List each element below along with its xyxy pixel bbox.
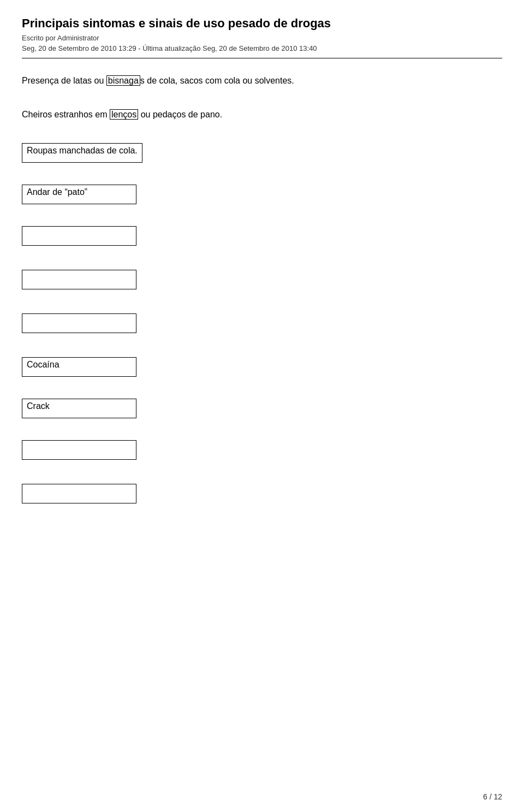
item-1-text: Presença de latas ou bisnagas de cola, s… bbox=[22, 75, 294, 87]
crack-row: Crack bbox=[22, 399, 502, 418]
cocaina-label: Cocaína bbox=[22, 357, 136, 377]
pagination: 6 / 12 bbox=[483, 792, 502, 801]
crack-label: Crack bbox=[22, 399, 136, 418]
header-divider bbox=[22, 58, 502, 58]
item-2-text: Cheiros estranhos em lenços ou pedaços d… bbox=[22, 109, 222, 121]
item-2-pre: Cheiros estranhos em bbox=[22, 110, 110, 119]
item-2-post: ou pedaços de pano. bbox=[138, 110, 222, 119]
item-2: Cheiros estranhos em lenços ou pedaços d… bbox=[22, 109, 502, 121]
page-title: Principais sintomas e sinais de uso pesa… bbox=[22, 16, 502, 31]
empty-box-4 bbox=[22, 440, 136, 460]
empty-box-1 bbox=[22, 226, 136, 246]
cocaina-row: Cocaína bbox=[22, 357, 502, 377]
date-line: Seg, 20 de Setembro de 2010 13:29 - Últi… bbox=[22, 44, 502, 52]
author-line: Escrito por Administrator bbox=[22, 34, 502, 42]
empty-box-2-row bbox=[22, 270, 502, 292]
item-4: Andar de “pato” bbox=[22, 185, 502, 204]
item-4-text: Andar de “pato” bbox=[22, 185, 136, 204]
empty-box-3-row bbox=[22, 313, 502, 335]
item-1-highlight: bisnaga bbox=[106, 75, 140, 86]
empty-box-5 bbox=[22, 484, 136, 503]
empty-box-1-row bbox=[22, 226, 502, 248]
item-1-pre: Presença de latas ou bbox=[22, 76, 106, 85]
item-3-text: Roupas manchadas de cola. bbox=[22, 143, 142, 163]
empty-box-2 bbox=[22, 270, 136, 289]
empty-box-3 bbox=[22, 313, 136, 333]
item-1: Presença de latas ou bisnagas de cola, s… bbox=[22, 75, 502, 87]
empty-box-5-row bbox=[22, 484, 502, 506]
item-1-post: s de cola, sacos com cola ou solventes. bbox=[140, 76, 294, 85]
item-3: Roupas manchadas de cola. bbox=[22, 143, 502, 163]
empty-box-4-row bbox=[22, 440, 502, 462]
item-2-highlight: lenços bbox=[110, 109, 138, 120]
